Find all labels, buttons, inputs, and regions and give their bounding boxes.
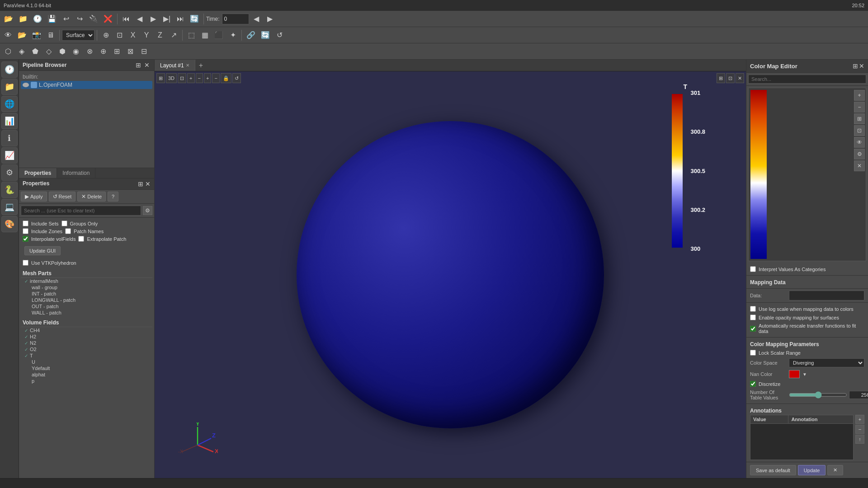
cme-zoom2-btn[interactable]: ⊡ — [854, 125, 865, 136]
screenshot-btn[interactable]: 📸 — [30, 29, 43, 42]
camera-sync-btn[interactable]: 🔄 — [259, 29, 272, 42]
vp-lock-btn[interactable]: 🔒 — [221, 73, 231, 83]
reset-button[interactable]: ↺ Reset — [49, 192, 76, 202]
cme-expand-btn[interactable]: ⊞ — [853, 62, 858, 70]
props-close-btn[interactable]: ✕ — [145, 180, 151, 188]
filter5-btn[interactable]: ⬢ — [56, 45, 69, 58]
save-default-button[interactable]: Save as default — [750, 465, 796, 475]
nan-color-arrow-btn[interactable]: ▼ — [802, 372, 807, 377]
cme-search-input[interactable] — [748, 75, 866, 84]
log-scale-checkbox[interactable] — [750, 306, 756, 312]
select-all-btn[interactable]: ✦ — [226, 29, 239, 42]
filter9-btn[interactable]: ⊞ — [110, 45, 123, 58]
annotations-remove-btn[interactable]: − — [855, 425, 864, 434]
cme-eye-btn[interactable]: 👁 — [854, 137, 865, 148]
filter4-btn[interactable]: ◇ — [42, 45, 55, 58]
folder2-btn[interactable]: 📂 — [15, 29, 29, 42]
include-zones-checkbox[interactable] — [23, 228, 28, 234]
groups-only-checkbox[interactable] — [61, 221, 67, 226]
representation-select[interactable]: Surface — [62, 30, 94, 41]
cme-add-point-btn[interactable]: + — [854, 90, 865, 101]
orient-z-btn[interactable]: Z — [154, 29, 166, 42]
filter7-btn[interactable]: ⊗ — [83, 45, 96, 58]
next-frame-btn[interactable]: ▶| — [160, 13, 173, 25]
vp-3d-btn[interactable]: 3D — [166, 73, 177, 83]
icon-bar-folder[interactable]: 📁 — [1, 79, 18, 95]
apply-button[interactable]: ▶ Apply — [21, 192, 47, 202]
select-cells-btn[interactable]: ▦ — [198, 29, 211, 42]
vp-minus-btn[interactable]: − — [196, 73, 203, 83]
undo-btn[interactable]: ↩ — [60, 13, 72, 25]
props-search-input[interactable] — [21, 206, 141, 216]
cme-footer-extra-btn[interactable]: ✕ — [827, 465, 843, 475]
extrapolate-checkbox[interactable] — [78, 236, 84, 242]
cme-zoom-btn[interactable]: ⊞ — [854, 113, 865, 124]
icon-bar-recents[interactable]: 🕐 — [1, 61, 18, 78]
new-btn[interactable]: 📂 — [2, 13, 15, 25]
nan-color-swatch[interactable] — [789, 370, 800, 378]
icon-bar-network[interactable]: 🌐 — [1, 96, 18, 112]
table-values-slider[interactable] — [789, 391, 847, 399]
tab-properties[interactable]: Properties — [19, 168, 57, 178]
opacity-checkbox[interactable] — [750, 314, 756, 320]
cme-minus2-btn[interactable]: ✕ — [854, 160, 865, 171]
vp-orient-btn[interactable]: ⊞ — [156, 73, 165, 83]
icon-bar-settings[interactable]: ⚙ — [1, 164, 18, 181]
layout-tab-close-icon[interactable]: ✕ — [186, 63, 189, 68]
vp-minus2-btn[interactable]: − — [212, 73, 219, 83]
interpret-categories-checkbox[interactable] — [750, 266, 756, 272]
camera-reset2-btn[interactable]: ↺ — [273, 29, 286, 42]
play-btn[interactable]: ▶ — [147, 13, 160, 25]
orient-y-btn[interactable]: Y — [140, 29, 153, 42]
open-btn[interactable]: 📁 — [16, 13, 30, 25]
time-prev-btn[interactable]: ◀ — [250, 13, 263, 25]
color-space-select[interactable]: Diverging — [789, 358, 864, 367]
filter11-btn[interactable]: ⊟ — [137, 45, 150, 58]
server-btn[interactable]: 🖥 — [44, 29, 57, 42]
icon-bar-calc[interactable]: 📊 — [1, 113, 18, 129]
first-frame-btn[interactable]: ⏮ — [120, 13, 132, 25]
reset-camera-btn[interactable]: ⊕ — [99, 29, 112, 42]
cme-settings-btn[interactable]: ⚙ — [854, 149, 865, 160]
select-block-btn[interactable]: ⬛ — [212, 29, 226, 42]
orient-x-btn[interactable]: X — [127, 29, 139, 42]
search-settings-btn[interactable]: ⚙ — [143, 206, 152, 215]
help-button[interactable]: ? — [108, 192, 118, 202]
pipeline-expand-btn[interactable]: ⊞ — [135, 61, 142, 69]
vp-close-btn[interactable]: ✕ — [736, 73, 744, 83]
eye-btn[interactable]: 👁 — [2, 29, 14, 42]
loop-btn[interactable]: 🔄 — [188, 13, 201, 25]
vp-window-btn[interactable]: ⊞ — [717, 73, 725, 83]
tab-information[interactable]: Information — [57, 168, 95, 178]
filter6-btn[interactable]: ◉ — [70, 45, 82, 58]
update-gui-button[interactable]: Update GUI — [24, 246, 61, 255]
time-next-btn[interactable]: ▶ — [264, 13, 276, 25]
filter3-btn[interactable]: ⬟ — [29, 45, 42, 58]
filter8-btn[interactable]: ⊕ — [97, 45, 109, 58]
redo-btn[interactable]: ↪ — [73, 13, 86, 25]
select-pts-btn[interactable]: ⬚ — [185, 29, 198, 42]
icon-bar-terminal[interactable]: 💻 — [1, 199, 18, 215]
table-values-input[interactable]: 256 — [849, 391, 868, 399]
pipeline-close-btn[interactable]: ✕ — [143, 61, 151, 69]
vp-cam1-btn[interactable]: ↺ — [232, 73, 241, 83]
vp-plus2-btn[interactable]: + — [204, 73, 211, 83]
icon-bar-python[interactable]: 🐍 — [1, 182, 18, 198]
vp-reset-btn[interactable]: ⊡ — [178, 73, 186, 83]
prev-frame-btn[interactable]: ◀ — [133, 13, 146, 25]
icon-bar-info[interactable]: ℹ — [1, 130, 18, 146]
camera-link-btn[interactable]: 🔗 — [244, 29, 258, 42]
filter10-btn[interactable]: ⊠ — [124, 45, 137, 58]
interpolate-volfields-checkbox[interactable] — [23, 236, 28, 242]
update-button[interactable]: Update — [798, 465, 826, 475]
zoom-fit-btn[interactable]: ⊡ — [113, 29, 126, 42]
annotations-move-up-btn[interactable]: ↑ — [855, 435, 864, 444]
auto-rescale-checkbox[interactable] — [750, 326, 756, 332]
last-frame-btn[interactable]: ⏭ — [174, 13, 187, 25]
time-input[interactable] — [222, 14, 249, 24]
vtk-polyhedron-checkbox[interactable] — [23, 260, 28, 266]
patch-names-checkbox[interactable] — [65, 228, 71, 234]
filter1-btn[interactable]: ⬡ — [2, 45, 14, 58]
connect-btn[interactable]: 🔌 — [87, 13, 100, 25]
discretize-checkbox[interactable] — [750, 381, 756, 387]
